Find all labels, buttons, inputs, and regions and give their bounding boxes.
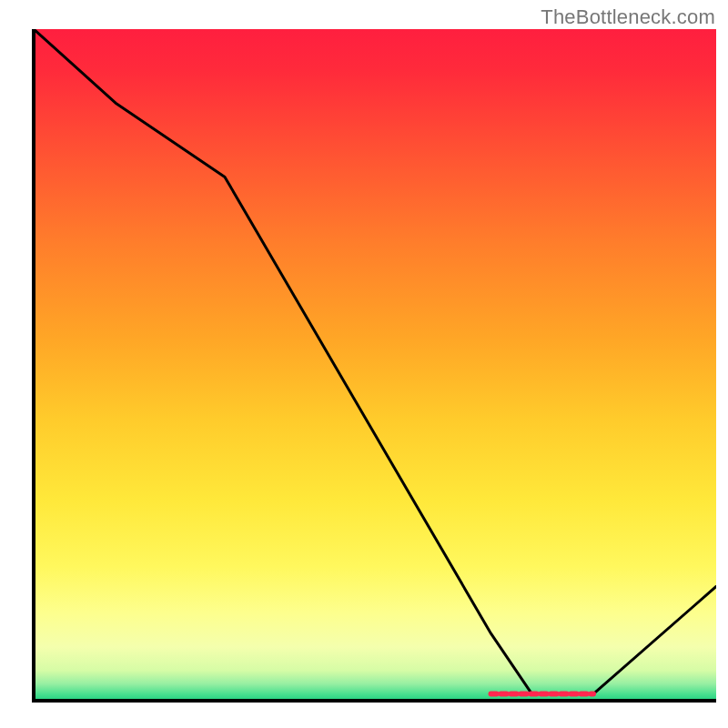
bottleneck-chart	[0, 0, 728, 728]
plot-background	[34, 29, 716, 701]
